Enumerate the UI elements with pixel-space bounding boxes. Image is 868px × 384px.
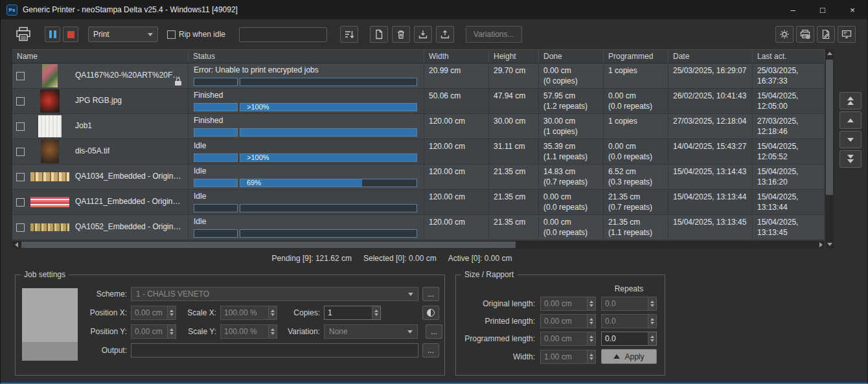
- column-header-done[interactable]: Done: [539, 50, 604, 63]
- move-to-bottom-button[interactable]: [839, 150, 862, 168]
- vertical-scrollbar[interactable]: [825, 49, 834, 249]
- spin-up[interactable]: [650, 300, 654, 303]
- variation-select[interactable]: None: [324, 324, 418, 339]
- row-checkbox[interactable]: [16, 148, 25, 156]
- spin-up[interactable]: [170, 310, 174, 312]
- original-length-field[interactable]: 0.00 cm: [540, 297, 596, 311]
- spin-down[interactable]: [650, 322, 654, 324]
- column-header-last-act[interactable]: Last act.: [753, 50, 825, 63]
- spin-down[interactable]: [589, 304, 593, 307]
- spin-down[interactable]: [271, 332, 275, 335]
- spin-up[interactable]: [589, 318, 593, 321]
- position-y-field[interactable]: 0.00 cm: [131, 324, 176, 339]
- table-row[interactable]: QA1052_Embedded - Originale_3-5.xjb Idle…: [12, 215, 825, 240]
- job-done: 0.00 cm(0.0 repeats): [539, 190, 604, 214]
- scroll-right-button[interactable]: [817, 241, 825, 249]
- delete-job-button[interactable]: [392, 26, 410, 43]
- rip-when-idle-option[interactable]: Rip when idle: [167, 30, 225, 39]
- scroll-left-button[interactable]: [12, 241, 20, 249]
- apply-button[interactable]: Apply: [601, 349, 657, 364]
- stop-button[interactable]: [63, 27, 78, 42]
- horizontal-scrollbar-thumb[interactable]: [21, 242, 516, 248]
- move-up-button[interactable]: [839, 111, 862, 129]
- spin-up[interactable]: [589, 335, 593, 338]
- column-header-width[interactable]: Width: [424, 50, 489, 63]
- position-x-field[interactable]: 0.00 cm: [131, 306, 176, 320]
- printed-repeats-field[interactable]: 0.0: [601, 314, 657, 328]
- invert-button[interactable]: [422, 306, 439, 320]
- spin-up[interactable]: [374, 310, 378, 312]
- scale-y-field[interactable]: 100.00 %: [220, 324, 277, 339]
- output-input[interactable]: [131, 343, 418, 357]
- variations-button[interactable]: Variations...: [466, 26, 521, 43]
- console-button[interactable]: [838, 26, 856, 43]
- move-to-top-button[interactable]: [839, 92, 862, 109]
- printer-icon[interactable]: [15, 27, 32, 42]
- spin-down[interactable]: [650, 304, 654, 307]
- spin-up[interactable]: [170, 328, 174, 331]
- table-row[interactable]: QA1034_Embedded - Originale_1-5.xjb Idle…: [12, 164, 825, 190]
- programmed-repeats-field[interactable]: 0.0: [601, 332, 657, 346]
- spin-down[interactable]: [589, 322, 593, 324]
- row-checkbox[interactable]: [16, 223, 25, 232]
- row-checkbox[interactable]: [16, 122, 25, 131]
- column-header-programmed[interactable]: Programmed: [604, 50, 668, 63]
- printer-settings-button[interactable]: [796, 26, 814, 43]
- spin-up[interactable]: [650, 335, 654, 338]
- scroll-up-button[interactable]: [825, 49, 834, 58]
- maximize-button[interactable]: □: [808, 0, 838, 19]
- horizontal-scrollbar[interactable]: [12, 240, 825, 249]
- column-header-date[interactable]: Date: [668, 50, 753, 63]
- sort-button[interactable]: [340, 26, 358, 43]
- output-browse-button[interactable]: ...: [422, 343, 439, 357]
- spin-down[interactable]: [650, 339, 654, 342]
- spin-up[interactable]: [589, 354, 593, 356]
- edit-document-button[interactable]: [817, 26, 835, 43]
- move-down-button[interactable]: [839, 131, 862, 148]
- new-job-button[interactable]: [370, 26, 388, 43]
- pause-button[interactable]: [45, 27, 60, 42]
- table-row[interactable]: dis-05A.tif Idle >100% 120.00 cm 31.11 c…: [12, 139, 825, 164]
- spin-down[interactable]: [589, 339, 593, 342]
- row-checkbox[interactable]: [16, 72, 25, 80]
- spin-up[interactable]: [589, 300, 593, 303]
- spin-down[interactable]: [589, 357, 593, 360]
- table-row[interactable]: QA1167%20-%20ART%20FLORES%2... Error: Un…: [12, 63, 825, 89]
- close-button[interactable]: ×: [838, 0, 867, 19]
- scroll-down-button[interactable]: [825, 240, 834, 249]
- copies-field[interactable]: 1: [324, 306, 381, 320]
- spin-down[interactable]: [374, 313, 378, 316]
- programmed-length-field[interactable]: 0.00 cm: [540, 332, 596, 346]
- queue-mode-select[interactable]: Print: [88, 27, 158, 42]
- spin-up[interactable]: [271, 310, 275, 312]
- column-header-name[interactable]: Name: [12, 50, 188, 63]
- original-repeats-field[interactable]: 0.0: [601, 297, 657, 311]
- table-row[interactable]: JPG RGB.jpg Finished >100% 50.06 cm 47.9…: [12, 89, 825, 114]
- spin-down[interactable]: [170, 332, 174, 335]
- row-checkbox[interactable]: [16, 198, 25, 207]
- printed-length-field[interactable]: 0.00 cm: [540, 314, 596, 328]
- settings-button[interactable]: [775, 26, 794, 43]
- table-row[interactable]: QA1121_Embedded - Originale_2-5.xjb Idle…: [12, 190, 825, 215]
- spin-down[interactable]: [170, 313, 174, 316]
- export-job-button[interactable]: [436, 26, 454, 43]
- spin-down[interactable]: [271, 313, 275, 316]
- filter-input[interactable]: [239, 27, 327, 42]
- spin-up[interactable]: [271, 328, 275, 331]
- import-job-button[interactable]: [414, 26, 432, 43]
- row-checkbox[interactable]: [16, 97, 25, 106]
- table-row[interactable]: Job1 Finished 120.00 cm 30.00 cm 30.00 c…: [12, 114, 825, 139]
- scheme-select[interactable]: 1 - CHALIS VENETO: [131, 287, 418, 301]
- rip-when-idle-checkbox[interactable]: [167, 30, 176, 39]
- width-field[interactable]: 1.00 cm: [540, 350, 596, 364]
- vertical-scrollbar-thumb[interactable]: [826, 60, 833, 195]
- row-checkbox[interactable]: [16, 173, 25, 181]
- column-header-status[interactable]: Status: [188, 50, 424, 63]
- minimize-button[interactable]: –: [778, 0, 808, 19]
- scheme-browse-button[interactable]: ...: [422, 287, 439, 301]
- scale-x-field[interactable]: 100.00 %: [220, 306, 277, 320]
- variation-browse-button[interactable]: ...: [426, 324, 442, 339]
- spin-up[interactable]: [650, 318, 654, 321]
- job-status: Finished: [194, 91, 418, 101]
- column-header-height[interactable]: Height: [489, 50, 539, 63]
